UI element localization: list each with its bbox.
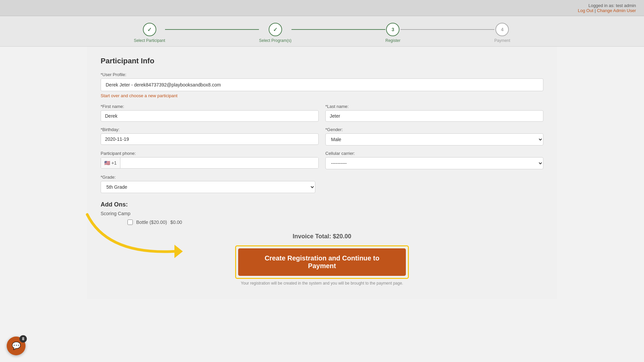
grade-select[interactable]: 5th Grade 6th Grade 7th Grade 8th Grade [101,181,315,193]
step-number-4: 4 [501,27,503,32]
birthday-input[interactable] [101,133,319,145]
invoice-total: Invoice Total: $20.00 [101,233,543,240]
phone-col: Participant phone: 🇺🇸 +1 [101,151,319,175]
step-register: 3 Register [385,23,400,43]
main-content: Participant Info *User Profile: Derek Je… [87,47,557,299]
section-title: Participant Info [101,57,543,65]
first-name-col: *First name: [101,104,319,127]
first-name-label: *First name: [101,104,319,109]
checkmark-1: ✓ [147,26,152,33]
cta-note: Your registration will be created in the… [238,281,406,286]
user-profile-value: Derek Jeter - derek84737392@playbooksand… [101,78,543,91]
step-label-4: Payment [494,38,510,43]
birthday-group: *Birthday: [101,127,319,145]
last-name-group: *Last name: [325,104,543,122]
connector-3 [400,29,494,30]
birthday-col: *Birthday: [101,127,319,151]
cta-area: Create Registration and Continue to Paym… [101,245,543,286]
step-circle-2: ✓ [269,23,282,36]
phone-label: Participant phone: [101,151,319,156]
connector-1 [165,29,259,30]
phone-input[interactable] [120,158,318,168]
addons-group-name: Scoring Camp [101,211,543,216]
step-label-3: Register [385,38,400,43]
chat-badge: 8 [19,335,27,343]
checkmark-2: ✓ [273,26,277,33]
header-bar: Logged in as: test admin Log Out | Chang… [0,0,644,16]
invoice-total-value: $20.00 [333,233,351,240]
gender-group: *Gender: Male Female Other [325,127,543,145]
phone-flag: 🇺🇸 +1 [101,158,120,168]
addon-item-bottle: Bottle ($20.00) $0.00 [127,220,543,225]
change-admin-link[interactable]: Change Admin User [597,8,636,13]
grade-group: *Grade: 5th Grade 6th Grade 7th Grade 8t… [101,175,543,193]
gender-select[interactable]: Male Female Other [325,133,543,145]
separator: | [595,8,597,13]
logged-in-label: Logged in as: test admin [588,3,636,8]
user-profile-group: *User Profile: Derek Jeter - derek847373… [101,72,543,99]
create-registration-button[interactable]: Create Registration and Continue to Paym… [238,248,406,276]
start-over-link[interactable]: Start over and choose a new participant [101,93,177,98]
stepper: ✓ Select Participant ✓ Select Program(s) [0,16,644,47]
step-label-1: Select Participant [134,38,165,43]
step-circle-4: 4 [495,23,509,36]
connector-2 [291,29,385,30]
header-auth: Logged in as: test admin Log Out | Chang… [578,3,636,13]
step-select-programs: ✓ Select Program(s) [259,23,291,43]
log-out-link[interactable]: Log Out [578,8,595,13]
grade-label: *Grade: [101,175,543,180]
birthday-gender-row: *Birthday: *Gender: Male Female Other [101,127,543,151]
carrier-group: Cellular carrier: ---------- [325,151,543,169]
chat-icon: 💬 [12,342,21,350]
birthday-label: *Birthday: [101,127,319,132]
phone-input-wrapper: 🇺🇸 +1 [101,157,319,169]
last-name-input[interactable] [325,110,543,122]
invoice-total-label: Invoice Total: [293,233,331,240]
cta-button-wrapper: Create Registration and Continue to Paym… [235,245,409,279]
user-profile-label: *User Profile: [101,72,543,77]
addon-label-bottle: Bottle ($20.00) [136,220,167,225]
addons-title: Add Ons: [101,201,543,208]
gender-col: *Gender: Male Female Other [325,127,543,151]
gender-label: *Gender: [325,127,543,132]
chat-widget[interactable]: 💬 8 [7,337,25,355]
carrier-col: Cellular carrier: ---------- [325,151,543,175]
last-name-label: *Last name: [325,104,543,109]
step-select-participant: ✓ Select Participant [134,23,165,43]
carrier-label: Cellular carrier: [325,151,543,156]
step-payment: 4 Payment [494,23,510,43]
addon-checkbox-bottle[interactable] [127,220,133,225]
phone-group: Participant phone: 🇺🇸 +1 [101,151,319,169]
phone-carrier-row: Participant phone: 🇺🇸 +1 Cellular carrie… [101,151,543,175]
addons-section: Add Ons: Scoring Camp Bottle ($20.00) $0… [101,201,543,225]
addon-price-bottle: $0.00 [170,220,182,225]
step-number-3: 3 [391,27,394,32]
step-circle-3: 3 [386,23,399,36]
first-name-group: *First name: [101,104,319,122]
first-name-input[interactable] [101,110,319,122]
step-label-2: Select Program(s) [259,38,291,43]
step-circle-1: ✓ [143,23,156,36]
last-name-col: *Last name: [325,104,543,127]
name-row: *First name: *Last name: [101,104,543,127]
carrier-select[interactable]: ---------- [325,157,543,169]
